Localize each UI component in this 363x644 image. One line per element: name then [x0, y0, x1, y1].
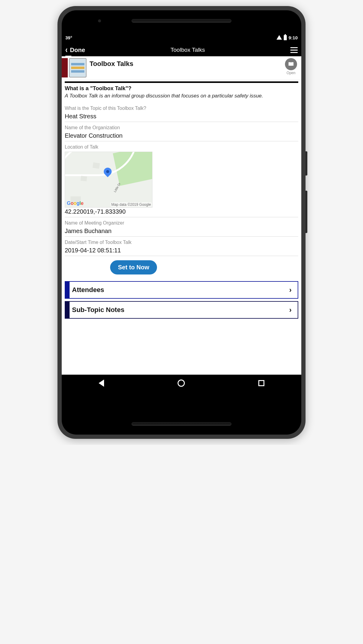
android-recent-button[interactable] — [258, 380, 264, 386]
organizer-field[interactable]: Name of Meeting Organizer James Buchanan — [62, 217, 301, 237]
topic-field[interactable]: What is the Topic of this Toolbox Talk? … — [62, 103, 301, 122]
status-clock: 9:10 — [289, 35, 298, 40]
phone-speaker-top — [62, 10, 301, 31]
form-content: What is a "Toolbox Talk"? A Toolbox Talk… — [62, 80, 301, 375]
subtopic-notes-row[interactable]: Sub-Topic Notes › — [65, 301, 298, 319]
map-attribution: Map data ©2019 Google — [111, 202, 152, 207]
organizer-value: James Buchanan — [65, 227, 298, 237]
android-nav-bar — [62, 375, 301, 392]
organizer-label: Name of Meeting Organizer — [65, 220, 298, 226]
done-label: Done — [70, 47, 85, 54]
phone-speaker-bottom — [62, 413, 301, 435]
section-prompt: What is a "Toolbox Talk"? — [62, 83, 301, 93]
chevron-right-icon: › — [289, 306, 298, 314]
android-home-button[interactable] — [178, 380, 185, 387]
toolbox-icon — [69, 58, 87, 77]
location-field: Location of Talk Little Dr Google — [62, 141, 301, 217]
datetime-field[interactable]: Date/Start Time of Toolbox Talk 2019-04-… — [62, 237, 301, 256]
open-book-icon — [285, 58, 297, 70]
phone-frame: 39° 9:10 ‹ Done Toolbox Talks — [57, 6, 306, 439]
datetime-value: 2019-04-12 08:51:11 — [65, 246, 298, 256]
set-to-now-button[interactable]: Set to Now — [110, 260, 157, 274]
attendees-label: Attendees — [70, 286, 289, 294]
organization-field[interactable]: Name of the Organization Elevator Constr… — [62, 122, 301, 141]
organization-value: Elevator Construction — [65, 132, 298, 141]
app-bar: ‹ Done Toolbox Talks — [62, 44, 301, 56]
wifi-icon — [276, 35, 282, 40]
form-accent-bar — [62, 58, 68, 77]
done-button[interactable]: ‹ Done — [65, 46, 85, 54]
screen: 39° 9:10 ‹ Done Toolbox Talks — [62, 31, 301, 392]
app-bar-title: Toolbox Talks — [171, 47, 205, 53]
back-chevron-icon: ‹ — [65, 45, 67, 55]
phone-side-button — [306, 151, 307, 176]
location-label: Location of Talk — [65, 144, 298, 150]
topic-value: Heat Stress — [65, 112, 298, 122]
attendees-row[interactable]: Attendees › — [65, 281, 298, 299]
organization-label: Name of the Organization — [65, 125, 298, 130]
form-header: Toolbox Talks Open — [62, 56, 301, 80]
row-accent — [65, 302, 70, 318]
subtopic-notes-label: Sub-Topic Notes — [70, 306, 289, 314]
open-label: Open — [285, 71, 297, 75]
row-accent — [65, 282, 70, 298]
chevron-right-icon: › — [289, 286, 298, 294]
phone-side-button — [306, 191, 307, 233]
battery-icon — [284, 35, 287, 40]
location-map[interactable]: Little Dr Google Map data ©2019 Google — [65, 152, 152, 208]
hamburger-icon — [290, 47, 298, 48]
datetime-label: Date/Start Time of Toolbox Talk — [65, 240, 298, 245]
open-button[interactable]: Open — [285, 58, 297, 75]
topic-label: What is the Topic of this Toolbox Talk? — [65, 106, 298, 111]
android-status-bar: 39° 9:10 — [62, 31, 301, 44]
form-title: Toolbox Talks — [90, 58, 285, 68]
android-back-button[interactable] — [99, 380, 104, 387]
google-logo: Google — [67, 201, 83, 206]
status-temperature: 39° — [65, 35, 72, 40]
section-description: A Toolbox Talk is an informal group disc… — [62, 93, 301, 103]
menu-button[interactable] — [290, 47, 298, 53]
location-value[interactable]: 42.220019,-71.833390 — [65, 208, 298, 217]
